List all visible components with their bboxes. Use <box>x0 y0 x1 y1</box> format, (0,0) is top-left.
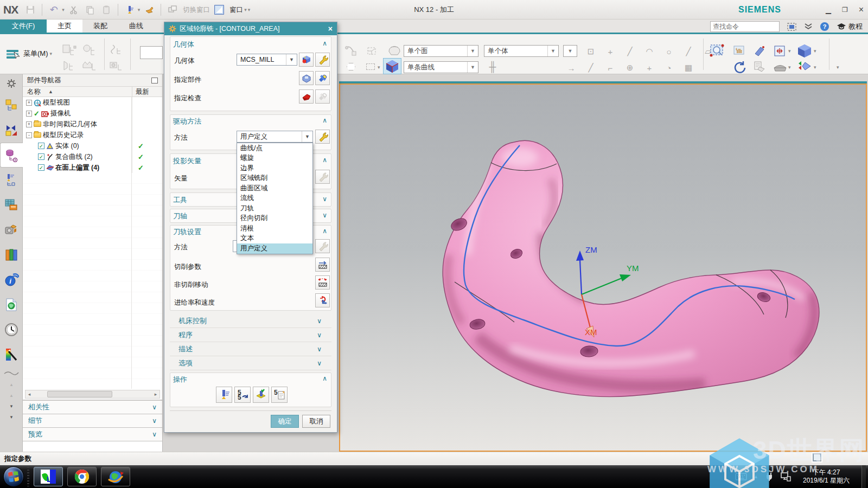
hand-pointer-icon[interactable] <box>142 3 156 17</box>
geometry-dropdown[interactable]: MCS_MILL▼ <box>237 54 297 66</box>
orient-view-icon[interactable] <box>796 59 813 76</box>
fit-view-icon[interactable] <box>773 44 787 60</box>
check-flashlight-button[interactable] <box>315 89 330 104</box>
library-icon[interactable] <box>0 242 23 267</box>
method-option[interactable]: 径向切削 <box>237 214 312 224</box>
visibility-checkbox[interactable]: ✓ <box>38 153 44 160</box>
move-object-icon[interactable]: ⊡ <box>584 45 598 58</box>
generate-toolpath-icon[interactable] <box>123 3 137 17</box>
window-label[interactable]: 窗口 <box>229 5 243 15</box>
grid-icon[interactable]: ▦ <box>681 61 695 74</box>
close-button[interactable]: × <box>859 5 864 15</box>
tree-row[interactable]: ✓实体 (0)✓ <box>23 140 162 151</box>
scroll-down-icon[interactable]: ▾ <box>0 401 23 412</box>
geometry-collapse-caret[interactable]: ∧ <box>322 40 327 47</box>
line-icon[interactable]: ╱ <box>584 61 598 74</box>
expand-caret[interactable]: ∨ <box>317 331 322 339</box>
expand-caret[interactable]: ∨ <box>317 359 322 367</box>
verify-toolpath-button[interactable] <box>253 387 269 403</box>
machine-tool-view-icon[interactable] <box>0 192 23 217</box>
switch-window-icon[interactable] <box>165 3 180 17</box>
select-check-button[interactable] <box>299 89 314 104</box>
cut-icon[interactable] <box>67 3 81 17</box>
column-latest[interactable]: 最新 <box>132 87 162 97</box>
mini-dropdown[interactable]: ▼ <box>563 45 577 57</box>
tool-expand-caret[interactable]: ∨ <box>322 195 327 203</box>
tab-装配[interactable]: 装配 <box>82 20 118 33</box>
scroll-right-icon[interactable]: ▸ <box>152 391 159 397</box>
tree-row[interactable]: -模型历史记录 <box>23 130 162 140</box>
dialog-close-icon[interactable]: × <box>328 24 333 33</box>
undock-icon[interactable] <box>151 78 158 84</box>
start-button[interactable] <box>3 466 24 487</box>
tree-row[interactable]: +非时间戳记几何体 <box>23 119 162 130</box>
expand-caret[interactable]: ∨ <box>317 317 322 325</box>
plus-icon[interactable]: + <box>642 61 656 74</box>
tool-axis-header[interactable]: 刀轴 <box>173 211 187 221</box>
method-option[interactable]: 螺旋 <box>237 153 312 164</box>
switch-window-label[interactable]: 切换窗口 <box>183 5 210 15</box>
body-rule-dropdown[interactable]: 单个体▼ <box>484 45 559 57</box>
clamshell-icon[interactable] <box>773 60 788 75</box>
web-browser-icon[interactable] <box>0 292 23 317</box>
create-tool-icon[interactable] <box>108 44 125 60</box>
expand-caret[interactable]: ∨ <box>152 417 157 425</box>
copy-icon[interactable] <box>83 3 97 17</box>
tutorial-button[interactable]: 教程 <box>837 22 863 31</box>
method-option[interactable]: 用户定义 <box>237 243 312 254</box>
arrow-icon[interactable]: → <box>564 61 578 74</box>
taskbar-chrome-button[interactable] <box>67 467 97 486</box>
shaded-dropdown-caret[interactable]: ▾ <box>814 48 816 54</box>
undo-icon[interactable]: ↶ <box>47 3 61 17</box>
ribbon-overflow-caret[interactable]: ▾ <box>837 65 839 70</box>
tab-主页[interactable]: 主页 <box>47 20 82 33</box>
rectangle-select-icon[interactable] <box>362 59 379 74</box>
method-option[interactable]: 清根 <box>237 223 312 234</box>
path-settings-header[interactable]: 刀轨设置 <box>173 227 201 237</box>
face-rule-dropdown[interactable]: 单个面▼ <box>404 45 478 57</box>
clamshell-dropdown-caret[interactable]: ▾ <box>788 65 791 70</box>
roles-icon[interactable] <box>0 342 23 367</box>
tool-header[interactable]: 工具 <box>173 195 187 205</box>
path-settings-collapse-caret[interactable]: ∧ <box>322 227 327 235</box>
non-cutting-button[interactable] <box>315 275 330 290</box>
rotate-view-icon[interactable] <box>732 60 746 76</box>
method-view-icon[interactable] <box>81 60 98 76</box>
method-option[interactable]: 曲面区域 <box>237 183 312 194</box>
navigator-section-预览[interactable]: 预览∨ <box>23 428 162 441</box>
intersection-stop-icon[interactable]: ╫ <box>486 60 500 73</box>
curve-hook-icon[interactable]: ⌐ <box>603 61 617 74</box>
navigator-section-相关性[interactable]: 相关性∨ <box>23 401 162 414</box>
expand-caret[interactable]: ∨ <box>152 431 157 438</box>
expand-caret[interactable]: ∨ <box>152 403 157 411</box>
assembly-navigator-icon[interactable] <box>0 93 23 118</box>
ribbon-text-field[interactable] <box>140 46 163 59</box>
orient-dropdown-caret[interactable]: ▾ <box>814 65 816 70</box>
visibility-checkbox[interactable]: ✓ <box>38 143 44 149</box>
datum-csys-icon[interactable] <box>365 44 381 59</box>
edit-geometry-button[interactable] <box>315 53 330 67</box>
shaded-cube-button[interactable] <box>383 58 401 74</box>
undo-dropdown-caret[interactable]: ▾ <box>62 7 65 12</box>
snap-point-icon[interactable]: + <box>603 45 617 58</box>
scroll-up2-icon[interactable]: ▴ <box>0 390 23 401</box>
method-option[interactable]: 文本 <box>237 234 312 244</box>
navigator-section-细节[interactable]: 细节∨ <box>23 414 162 428</box>
part-flashlight-button[interactable] <box>315 71 330 85</box>
scroll-up-icon[interactable]: ▴ <box>0 379 23 390</box>
menu-button[interactable]: 菜单(M)▾ <box>3 46 55 61</box>
shaded-view-icon[interactable] <box>796 43 813 61</box>
robot-arm-icon[interactable] <box>343 44 359 59</box>
recompute-toolpath-button[interactable]: 55 <box>234 387 251 403</box>
window-dropdown-caret[interactable]: ▾ <box>244 7 247 12</box>
section-描述[interactable]: 描述∨ <box>170 342 331 356</box>
point-on-circle-icon[interactable]: ⊕ <box>623 61 637 74</box>
machine-navigator-icon[interactable] <box>0 217 23 242</box>
pan-icon[interactable] <box>732 44 746 60</box>
paste-icon[interactable] <box>99 3 113 17</box>
geometry-header[interactable]: 几何体 <box>173 40 194 49</box>
help-icon[interactable]: ? <box>820 22 829 31</box>
hexagon-select-icon[interactable] <box>343 59 359 74</box>
new-geometry-button[interactable] <box>299 53 314 67</box>
generate-toolpath-button[interactable] <box>216 387 232 403</box>
